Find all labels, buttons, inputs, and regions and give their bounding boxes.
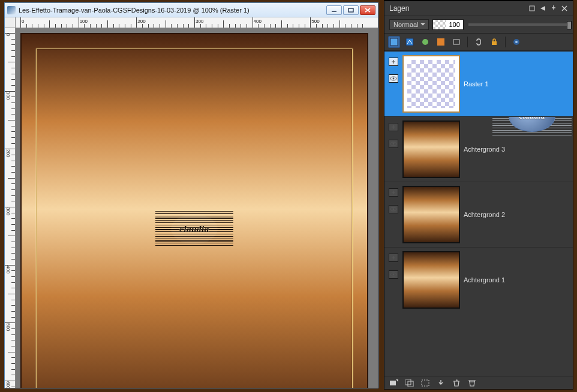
- ruler-v-label: 300: [5, 207, 11, 215]
- blend-row: Normaal 100: [384, 16, 573, 33]
- svg-point-16: [393, 209, 395, 210]
- layers-panel-title: Lagen: [389, 4, 528, 13]
- layer-controls: [388, 120, 399, 148]
- layer-expand-toggle[interactable]: [389, 254, 398, 262]
- layer-thumbnail[interactable]: [402, 186, 460, 243]
- layer-thumbnail[interactable]: [402, 55, 460, 113]
- layer-visibility-toggle[interactable]: [389, 74, 398, 83]
- ruler-v-label: 200: [5, 149, 11, 157]
- toolbar-divider: [505, 37, 506, 47]
- duplicate-layer-button[interactable]: [405, 378, 414, 388]
- layer-expand-toggle[interactable]: [389, 58, 398, 66]
- layer-thumbnail[interactable]: [402, 120, 460, 178]
- svg-rect-7: [453, 40, 459, 44]
- document-window: Les-Effetto-Tramage-van-Paola-CGSFDesign…: [4, 2, 378, 388]
- opacity-value: 100: [446, 21, 463, 28]
- layer-visibility-toggle[interactable]: [389, 205, 398, 213]
- svg-rect-19: [390, 381, 396, 385]
- svg-rect-22: [422, 380, 429, 386]
- layer-label[interactable]: Raster 1: [464, 80, 489, 88]
- layer-controls: [388, 55, 399, 83]
- ruler-v-label: 500: [5, 323, 11, 331]
- window-titlebar[interactable]: Les-Effetto-Tramage-van-Paola-CGSFDesign…: [5, 3, 378, 17]
- ruler-v-label: 600: [5, 381, 11, 388]
- layer-expand-toggle[interactable]: [389, 188, 398, 197]
- watermark-text: claudia: [171, 214, 218, 244]
- panel-pin-button[interactable]: [550, 5, 557, 12]
- layer-row[interactable]: Achtergrond 2: [384, 182, 573, 247]
- edit-selection-button[interactable]: [420, 378, 430, 388]
- ruler-h-label: 500: [311, 19, 319, 24]
- ruler-horizontal[interactable]: 0100200300400500: [16, 17, 378, 28]
- opacity-slider[interactable]: [468, 23, 567, 26]
- merge-down-button[interactable]: [436, 378, 446, 388]
- layers-list[interactable]: claudia Raster 1Achtergrond 3Achtergrond…: [384, 51, 573, 376]
- ruler-h-label: 100: [80, 19, 88, 24]
- svg-point-10: [515, 41, 518, 43]
- delete-layer-button[interactable]: [452, 378, 461, 388]
- blend-mode-value: Normaal: [393, 21, 419, 28]
- ruler-v-label: 400: [5, 266, 11, 273]
- layer-label[interactable]: Achtergrond 3: [464, 146, 505, 153]
- ruler-h-label: 300: [196, 19, 203, 24]
- layer-controls: [388, 186, 399, 213]
- new-vector-layer-button[interactable]: [404, 36, 416, 48]
- document-body: 0100200300400500 0100200300400500600 cla…: [5, 17, 378, 388]
- layers-bottom-toolbar: [384, 376, 573, 389]
- svg-point-5: [422, 39, 428, 45]
- lock-layer-button[interactable]: [488, 36, 500, 48]
- layer-row[interactable]: Achtergrond 1: [384, 247, 573, 312]
- link-layers-button[interactable]: [473, 36, 485, 48]
- toolbar-divider: [467, 37, 468, 47]
- new-group-button[interactable]: [450, 36, 462, 48]
- close-button[interactable]: [360, 5, 375, 15]
- ruler-vertical[interactable]: 0100200300400500600: [5, 28, 16, 388]
- layer-visibility-toggle[interactable]: [389, 140, 398, 148]
- svg-rect-8: [492, 41, 497, 45]
- svg-rect-2: [530, 6, 534, 11]
- window-controls: [326, 5, 375, 15]
- opacity-swatch-icon: [433, 20, 446, 29]
- app-icon: [7, 6, 16, 14]
- layer-row[interactable]: Raster 1: [384, 51, 573, 116]
- canvas-watermark: claudia: [155, 211, 233, 247]
- layers-panel-header[interactable]: Lagen: [384, 1, 573, 16]
- svg-point-18: [393, 274, 395, 276]
- svg-rect-1: [348, 8, 353, 12]
- blend-mode-select[interactable]: Normaal: [389, 19, 429, 30]
- layer-label[interactable]: Achtergrond 2: [464, 211, 505, 218]
- canvas-viewport[interactable]: claudia: [16, 28, 378, 388]
- window-title: Les-Effetto-Tramage-van-Paola-CGSFDesign…: [19, 7, 326, 14]
- opacity-box[interactable]: 100: [432, 19, 464, 30]
- svg-point-14: [393, 143, 395, 145]
- panel-undock-button[interactable]: [528, 5, 536, 12]
- canvas[interactable]: claudia: [20, 33, 368, 388]
- layer-controls: [388, 251, 399, 279]
- layer-label[interactable]: Achtergrond 1: [464, 276, 505, 284]
- ruler-h-label: 400: [254, 19, 262, 24]
- maximize-button[interactable]: [343, 5, 359, 15]
- ruler-v-label: 100: [5, 92, 11, 99]
- panel-close-button[interactable]: [561, 5, 568, 12]
- layers-toolbar: [384, 33, 573, 51]
- layer-row[interactable]: Achtergrond 3: [384, 116, 573, 182]
- svg-point-12: [393, 78, 395, 80]
- layer-thumbnail[interactable]: [402, 251, 460, 309]
- ruler-corner: [5, 17, 16, 28]
- ruler-h-label: 0: [22, 19, 24, 24]
- svg-rect-3: [390, 38, 398, 46]
- minimize-button[interactable]: [326, 5, 342, 15]
- layer-styles-button[interactable]: [510, 36, 522, 48]
- new-raster-layer-button[interactable]: [388, 36, 400, 48]
- ruler-v-label: 0: [5, 34, 11, 36]
- layer-expand-toggle[interactable]: [389, 123, 398, 131]
- panel-menu-button[interactable]: [539, 5, 546, 12]
- new-layer-button[interactable]: [389, 378, 399, 388]
- ruler-h-label: 200: [137, 19, 145, 24]
- layer-visibility-toggle[interactable]: [389, 270, 398, 279]
- delete-layer-open-button[interactable]: [467, 378, 477, 388]
- layers-panel: Lagen Normaal 100: [384, 0, 573, 390]
- new-art-media-layer-button[interactable]: [419, 36, 431, 48]
- svg-rect-6: [437, 38, 444, 46]
- new-mask-layer-button[interactable]: [435, 36, 447, 48]
